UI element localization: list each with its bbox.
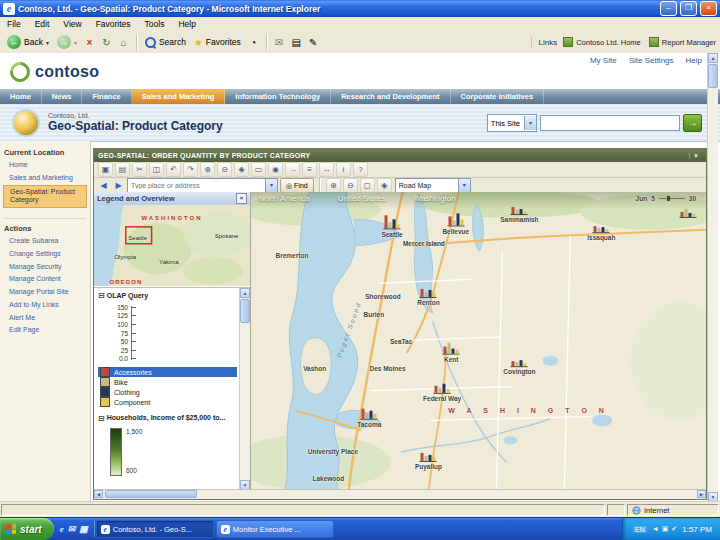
save-icon[interactable]: ▣ (98, 162, 113, 177)
help-icon[interactable]: ? (353, 162, 368, 177)
time-slider[interactable]: Jun 5 30 (636, 195, 696, 202)
overview-map[interactable]: WASHINGTON OREGON SeattleOlympiaYakimaSp… (94, 205, 250, 288)
place-combo[interactable]: ▾ (127, 178, 278, 193)
top-link[interactable]: My Site (590, 56, 617, 65)
menu-item[interactable]: Help (171, 19, 202, 29)
legend-icon[interactable]: ≡ (302, 162, 317, 177)
location-link[interactable]: Sales and Marketing (3, 172, 87, 185)
ie-quicklaunch-icon[interactable]: e (60, 522, 64, 536)
back-dropdown-icon[interactable]: ▾ (46, 39, 49, 46)
home-icon[interactable]: ⌂ (116, 35, 131, 50)
action-link[interactable]: Change Settings (3, 248, 87, 261)
taskbar-task[interactable]: e Monitor Executive ... (216, 520, 334, 538)
action-link[interactable]: Alert Me (3, 312, 87, 325)
action-link[interactable]: Manage Security (3, 261, 87, 274)
action-link[interactable]: Manage Portal Site (3, 286, 87, 299)
network-icon[interactable]: ▣ (662, 525, 669, 533)
maximize-button[interactable]: ❐ (680, 1, 697, 16)
mail-icon[interactable]: ✉ (272, 35, 287, 50)
close-button[interactable]: × (700, 1, 717, 16)
zoom-box-icon[interactable]: ◻ (360, 178, 375, 193)
start-button[interactable]: start (0, 518, 54, 540)
zoom-in-icon[interactable]: ⊕ (200, 162, 215, 177)
title-bar[interactable]: e Contoso, Ltd. - Geo-Spatial: Product C… (0, 0, 720, 17)
zoom-out-icon[interactable]: ⊖ (217, 162, 232, 177)
search-button[interactable]: Search (142, 36, 189, 49)
legend-series-item[interactable]: Component (98, 397, 237, 407)
nav-tab[interactable]: Information Technology (225, 89, 331, 104)
location-link[interactable]: Home (3, 159, 87, 172)
legend-series-item[interactable]: Clothing (98, 387, 237, 397)
pan-hand-icon[interactable]: ◈ (377, 178, 392, 193)
menu-item[interactable]: Tools (138, 19, 172, 29)
pushpin-icon[interactable]: ◉ (268, 162, 283, 177)
nav-tab[interactable]: Sales and Marketing (132, 89, 226, 104)
place-input[interactable] (128, 179, 265, 192)
top-link[interactable]: Site Settings (629, 56, 674, 65)
back-button[interactable]: ← Back ▾ (4, 34, 52, 50)
redo-icon[interactable]: ↷ (183, 162, 198, 177)
menu-item[interactable]: Favorites (89, 19, 138, 29)
action-link[interactable]: Add to My Links (3, 299, 87, 312)
scroll-up-icon[interactable]: ▲ (708, 53, 718, 63)
collapse-icon[interactable]: ⊟ (98, 414, 105, 424)
legend-series-item[interactable]: Bike (98, 377, 237, 387)
scroll-left-icon[interactable]: ◀ (94, 490, 103, 498)
action-link[interactable]: Manage Content (3, 273, 87, 286)
households-node[interactable]: ⊟ Households, Income of $25,000 to... (98, 414, 237, 424)
select-icon[interactable]: ▭ (251, 162, 266, 177)
info-icon[interactable]: i (336, 162, 351, 177)
contoso-logo[interactable]: contoso (10, 62, 99, 82)
link-button[interactable]: Contoso Ltd. Home (563, 37, 641, 47)
cut-icon[interactable]: ✂ (132, 162, 147, 177)
scroll-up-icon[interactable]: ▲ (240, 288, 250, 298)
link-button[interactable]: Report Manager (649, 37, 716, 47)
edit-icon[interactable]: ✎ (306, 35, 321, 50)
stop-icon[interactable]: × (82, 35, 97, 50)
menu-item[interactable]: View (56, 19, 88, 29)
history-icon[interactable]: ◔ (246, 35, 261, 50)
chevron-down-icon[interactable]: ▾ (265, 179, 277, 192)
close-icon[interactable]: × (236, 193, 247, 204)
show-desktop-icon[interactable]: ▦ (79, 522, 88, 536)
nav-tab[interactable]: Finance (82, 89, 131, 104)
breadcrumb-item[interactable]: North America (259, 194, 310, 203)
scrollbar-thumb[interactable] (708, 64, 718, 88)
nav-tab[interactable]: Research and Development (331, 89, 450, 104)
scrollbar-track[interactable] (103, 490, 697, 499)
breadcrumb-item[interactable]: United States (338, 194, 386, 203)
search-scope-select[interactable]: This Site ▾ (487, 114, 537, 132)
collapse-icon[interactable]: ⊟ (98, 291, 105, 300)
route-icon[interactable]: → (285, 162, 300, 177)
legend-scrollbar[interactable]: ▲ ▼ (239, 288, 250, 490)
scrollbar-thumb[interactable] (105, 490, 197, 498)
action-link[interactable]: Create Subarea (3, 235, 87, 248)
map-forward-icon[interactable]: ▶ (112, 179, 125, 192)
map-horizontal-scrollbar[interactable]: ◀ ▶ (94, 489, 706, 499)
nav-tab[interactable]: Corporate Initiatives (451, 89, 545, 104)
measure-icon[interactable]: ↔ (319, 162, 334, 177)
zoom-out-icon[interactable]: ⊖ (343, 178, 358, 193)
map-canvas[interactable]: North AmericaUnited StatesWashington Jun… (251, 192, 706, 490)
webpart-menu-button[interactable]: ▼ (689, 153, 702, 159)
taskbar-task[interactable]: e Contoso, Ltd. - Geo-S... (96, 520, 214, 538)
print-icon[interactable]: ▤ (115, 162, 130, 177)
volume-icon[interactable]: ◄ (652, 525, 659, 533)
scrollbar-thumb[interactable] (240, 299, 250, 323)
nav-tab[interactable]: Home (0, 89, 42, 104)
mail-quicklaunch-icon[interactable]: ✉ (68, 522, 76, 536)
scroll-right-icon[interactable]: ▶ (697, 490, 706, 498)
legend-series-item[interactable]: Accessories (98, 367, 237, 377)
olap-query-node[interactable]: ⊟ OLAP Query (98, 291, 237, 300)
zoom-in-icon[interactable]: ⊕ (326, 178, 341, 193)
search-go-button[interactable]: → (683, 114, 702, 132)
minimize-button[interactable]: – (660, 1, 677, 16)
undo-icon[interactable]: ↶ (166, 162, 181, 177)
language-indicator[interactable]: EN (633, 526, 647, 533)
top-link[interactable]: Help (686, 56, 702, 65)
map-back-icon[interactable]: ◀ (97, 179, 110, 192)
nav-tab[interactable]: News (42, 89, 83, 104)
refresh-icon[interactable]: ↻ (99, 35, 114, 50)
favorites-button[interactable]: ★ Favorites (191, 36, 244, 49)
map-style-select[interactable]: Road Map ▾ (395, 178, 471, 193)
